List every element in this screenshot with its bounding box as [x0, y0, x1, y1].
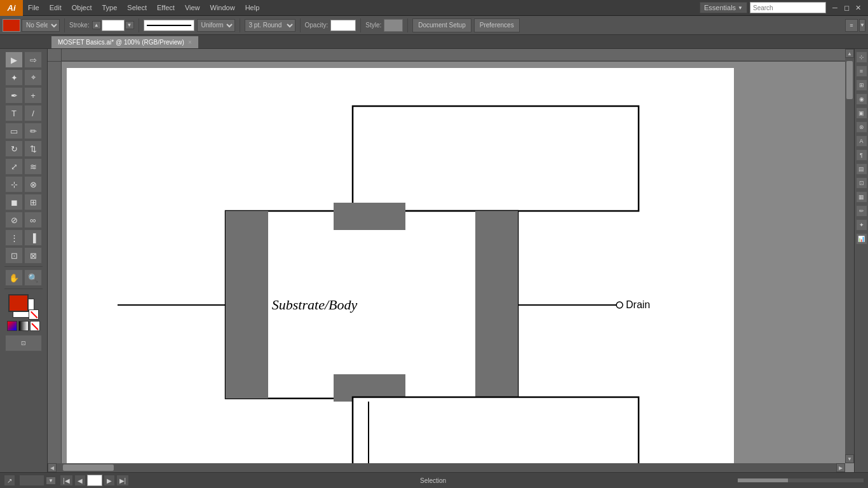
rp-artboard-btn[interactable]: ⊡: [856, 177, 867, 189]
style-swatch[interactable]: [384, 19, 403, 32]
rp-symbols-btn[interactable]: ✦: [856, 219, 867, 231]
menu-file[interactable]: File: [23, 0, 44, 15]
slice-tool[interactable]: ⊠: [24, 247, 42, 264]
magic-wand-tool[interactable]: ✦: [5, 69, 23, 86]
expand-btn[interactable]: ▼: [859, 19, 865, 32]
rp-appearance-btn[interactable]: ⊗: [856, 121, 867, 133]
scroll-right-btn[interactable]: ▶: [836, 463, 845, 472]
svg-rect-7: [334, 203, 405, 230]
tool-row-5: ▭ ✏: [5, 123, 42, 139]
menu-view[interactable]: View: [180, 0, 205, 15]
selection-tool[interactable]: ▶: [5, 51, 23, 68]
rect-tool[interactable]: ▭: [5, 123, 23, 139]
warp-tool[interactable]: ≋: [24, 158, 42, 175]
opacity-input[interactable]: 100%: [330, 20, 356, 31]
align-btn[interactable]: ≡: [845, 19, 858, 32]
menu-select[interactable]: Select: [122, 0, 152, 15]
stroke-value-input[interactable]: 3 pt: [102, 20, 125, 31]
minimize-button[interactable]: ─: [830, 3, 840, 13]
hand-tool[interactable]: ✋: [5, 269, 23, 286]
bar-graph-tool[interactable]: ▐: [24, 229, 42, 246]
page-last-btn[interactable]: ▶|: [116, 475, 130, 486]
stroke-type-select[interactable]: Uniform: [197, 19, 235, 32]
scroll-thumb-h[interactable]: [63, 464, 114, 471]
free-transform-tool[interactable]: ⊹: [5, 176, 23, 193]
page-input[interactable]: 1: [87, 475, 102, 486]
stroke-up-icon[interactable]: ▲: [92, 21, 101, 29]
scroll-track-h[interactable]: [57, 463, 836, 472]
line-tool[interactable]: /: [24, 105, 42, 121]
scroll-track-v[interactable]: [845, 58, 854, 454]
stroke-round-select[interactable]: 3 pt. Round: [245, 19, 295, 32]
zoom-tool[interactable]: 🔍: [24, 269, 42, 286]
rp-pathfinder-btn[interactable]: ⊞: [856, 79, 867, 91]
scroll-down-btn[interactable]: ▼: [845, 454, 854, 463]
stroke-down-icon[interactable]: ▼: [125, 21, 134, 29]
page-first-btn[interactable]: |◀: [60, 475, 73, 486]
v-scrollbar[interactable]: ▲ ▼: [845, 49, 854, 463]
menu-effect[interactable]: Effect: [152, 0, 180, 15]
tb-divider-4: [300, 18, 301, 32]
rp-layers-btn[interactable]: ▤: [856, 163, 867, 175]
scale-tool[interactable]: ⤢: [5, 158, 23, 175]
tab-close-icon[interactable]: ×: [188, 39, 192, 46]
shape-builder-tool[interactable]: ⊗: [24, 176, 42, 193]
none-mode-swatch[interactable]: [30, 321, 40, 331]
fill-color-swatch[interactable]: [3, 19, 20, 32]
canvas-area[interactable]: for(let i=0;i<1400;i+=50){ document.curr…: [48, 49, 854, 472]
none-swatch[interactable]: [29, 309, 39, 320]
restore-button[interactable]: ◻: [841, 3, 851, 13]
zoom-input[interactable]: 100%: [19, 475, 44, 486]
document-setup-button[interactable]: Document Setup: [412, 18, 471, 32]
rp-brush-btn[interactable]: ✏: [856, 205, 867, 217]
rp-char-btn[interactable]: A: [856, 135, 867, 147]
menu-type[interactable]: Type: [97, 0, 123, 15]
scroll-thumb-v[interactable]: [846, 61, 853, 99]
paint-brush-tool[interactable]: ✏: [24, 123, 42, 139]
menu-help[interactable]: Help: [240, 0, 265, 15]
search-input[interactable]: [750, 2, 826, 13]
rp-para-btn[interactable]: ¶: [856, 149, 867, 161]
status-export-btn[interactable]: ↗: [4, 475, 15, 486]
rp-stroke-btn[interactable]: ◉: [856, 93, 867, 105]
menu-object[interactable]: Object: [67, 0, 97, 15]
reflect-tool[interactable]: ⇅: [24, 140, 42, 157]
direct-selection-tool[interactable]: ⇨: [24, 51, 42, 68]
zoom-down-icon[interactable]: ▼: [46, 477, 56, 485]
blend-tool[interactable]: ∞: [24, 212, 42, 228]
preferences-button[interactable]: Preferences: [474, 18, 520, 32]
rp-graph-btn[interactable]: 📊: [856, 233, 867, 245]
eyedropper-tool[interactable]: ⊘: [5, 212, 23, 228]
add-anchor-tool[interactable]: +: [24, 87, 42, 104]
mesh-tool[interactable]: ⊞: [24, 194, 42, 210]
symbol-tool[interactable]: ⋮: [5, 229, 23, 246]
h-scrollbar[interactable]: ◀ ▶: [48, 463, 845, 472]
document-tab[interactable]: MOSFET Basics.ai* @ 100% (RGB/Preview) ×: [51, 36, 199, 48]
status-slider[interactable]: [737, 478, 864, 483]
lasso-tool[interactable]: ⌖: [24, 69, 42, 86]
pen-tool[interactable]: ✒: [5, 87, 23, 104]
fill-select[interactable]: No Selection: [22, 19, 60, 32]
fill-swatch[interactable]: [8, 294, 29, 312]
color-mode-swatch[interactable]: [7, 321, 17, 331]
rp-swatches-btn[interactable]: ▦: [856, 191, 867, 203]
draw-mode-btn[interactable]: ⊡: [5, 335, 42, 351]
rp-gradient-btn[interactable]: ▣: [856, 107, 867, 119]
menu-edit[interactable]: Edit: [44, 0, 67, 15]
stroke-preview[interactable]: [144, 20, 194, 31]
essentials-btn[interactable]: Essentials ▼: [700, 2, 747, 13]
page-next-btn[interactable]: ▶: [104, 475, 115, 486]
svg-rect-5: [226, 211, 268, 398]
menu-window[interactable]: Window: [205, 0, 240, 15]
rp-align-btn[interactable]: ≡: [856, 65, 867, 77]
type-tool[interactable]: T: [5, 105, 23, 121]
artboard-tool[interactable]: ⊡: [5, 247, 23, 264]
rp-transform-btn[interactable]: ⊹: [856, 51, 867, 63]
scroll-left-btn[interactable]: ◀: [48, 463, 57, 472]
scroll-up-btn[interactable]: ▲: [845, 49, 854, 58]
page-prev-btn[interactable]: ◀: [74, 475, 86, 486]
gradient-mode-swatch[interactable]: [18, 321, 29, 331]
gradient-tool[interactable]: ◼: [5, 194, 23, 210]
close-button[interactable]: ✕: [853, 3, 863, 13]
rotate-tool[interactable]: ↻: [5, 140, 23, 157]
